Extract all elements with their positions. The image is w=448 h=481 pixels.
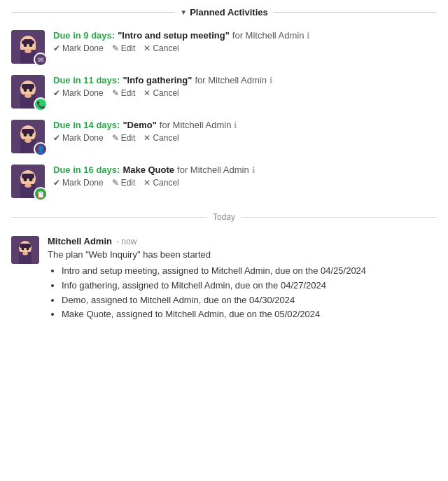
due-label: Due in 14 days: (53, 120, 120, 130)
mark-done-button[interactable]: ✔ Mark Done (53, 133, 104, 143)
due-label: Due in 16 days: (53, 165, 120, 175)
mark-done-label: Mark Done (62, 133, 104, 143)
edit-button[interactable]: ✎ Edit (112, 178, 136, 188)
edit-button[interactable]: ✎ Edit (112, 43, 136, 53)
today-divider: Today (11, 212, 437, 222)
activity-content: Due in 11 days: "Info gathering" for Mit… (53, 75, 437, 98)
x-icon: ✕ (144, 133, 150, 143)
cancel-label: Cancel (153, 178, 178, 188)
svg-rect-36 (20, 244, 31, 248)
svg-point-16 (24, 94, 31, 98)
info-icon[interactable]: ℹ (252, 165, 255, 175)
activity-content: Due in 14 days: "Demo" for Mitchell Admi… (53, 120, 437, 143)
info-icon[interactable]: ℹ (307, 31, 310, 41)
chatter-list: Intro and setup meeting, assigned to Mit… (48, 264, 437, 322)
chatter-section: Mitchell Admin - now The plan "Web Inqui… (0, 230, 448, 328)
activity-title-row: Due in 16 days: Make Quote for Mitchell … (53, 165, 437, 175)
avatar-wrapper: 👤 (11, 120, 45, 153)
activity-badge: 📞 (34, 97, 48, 111)
activity-content: Due in 16 days: Make Quote for Mitchell … (53, 165, 437, 188)
edit-label: Edit (121, 178, 136, 188)
check-icon: ✔ (53, 43, 60, 53)
edit-label: Edit (121, 88, 136, 98)
chatter-body: Mitchell Admin - now The plan "Web Inqui… (48, 236, 437, 322)
chatter-header: Mitchell Admin - now (48, 236, 437, 246)
mark-done-button[interactable]: ✔ Mark Done (53, 88, 104, 98)
svg-point-8 (24, 49, 31, 53)
list-item-text: Demo, assigned to Mitchell Admin, due on… (62, 295, 295, 305)
activity-item: ✉ Due in 9 days: "Intro and setup meetin… (0, 25, 448, 69)
info-icon[interactable]: ℹ (270, 76, 273, 85)
pencil-icon: ✎ (112, 43, 119, 53)
mark-done-button[interactable]: ✔ Mark Done (53, 178, 104, 188)
divider-label: Today (213, 212, 235, 222)
svg-point-23 (24, 139, 31, 143)
chatter-time: - now (116, 237, 136, 246)
mark-done-button[interactable]: ✔ Mark Done (53, 43, 104, 53)
avatar-wrapper: 📞 (11, 75, 45, 109)
cancel-button[interactable]: ✕ Cancel (144, 133, 178, 143)
pencil-icon: ✎ (112, 133, 119, 143)
activity-title-row: Due in 9 days: "Intro and setup meeting"… (53, 30, 437, 41)
list-item: Demo, assigned to Mitchell Admin, due on… (62, 293, 437, 308)
activity-actions: ✔ Mark Done ✎ Edit ✕ Cancel (53, 133, 437, 143)
pencil-icon: ✎ (112, 88, 119, 98)
header-line-left (11, 12, 174, 13)
edit-label: Edit (121, 43, 136, 53)
cancel-button[interactable]: ✕ Cancel (144, 88, 178, 98)
list-item-text: Info gathering, assigned to Mitchell Adm… (62, 280, 326, 291)
svg-rect-29 (22, 174, 34, 179)
activity-name: Make Quote (122, 165, 174, 175)
divider-line-right (241, 217, 437, 218)
check-icon: ✔ (53, 88, 60, 98)
check-icon: ✔ (53, 133, 60, 143)
activity-badge: 👤 (34, 142, 48, 156)
chatter-avatar (11, 236, 39, 264)
cancel-label: Cancel (153, 88, 178, 98)
section-title-text: Planned Activities (190, 7, 268, 18)
info-icon[interactable]: ℹ (234, 120, 237, 130)
list-item: Info gathering, assigned to Mitchell Adm… (62, 279, 437, 293)
svg-rect-22 (22, 129, 34, 134)
mark-done-label: Mark Done (62, 178, 104, 188)
edit-label: Edit (121, 133, 136, 143)
svg-point-30 (24, 183, 31, 188)
list-item: Intro and setup meeting, assigned to Mit… (62, 264, 437, 279)
cancel-label: Cancel (153, 43, 178, 53)
cancel-button[interactable]: ✕ Cancel (144, 43, 178, 53)
activity-badge: ✉ (34, 53, 48, 67)
avatar-wrapper: ✉ (11, 30, 45, 64)
edit-button[interactable]: ✎ Edit (112, 88, 136, 98)
activity-item: 📞 Due in 11 days: "Info gathering" for M… (0, 69, 448, 114)
for-label: for Mitchell Admin (177, 165, 249, 175)
activity-title-row: Due in 11 days: "Info gathering" for Mit… (53, 75, 437, 85)
activity-actions: ✔ Mark Done ✎ Edit ✕ Cancel (53, 88, 437, 98)
edit-button[interactable]: ✎ Edit (112, 133, 136, 143)
list-item-text: Make Quote, assigned to Mitchell Admin, … (62, 309, 320, 319)
activity-name: "Demo" (122, 120, 156, 130)
divider-line-left (11, 217, 207, 218)
mark-done-label: Mark Done (62, 88, 104, 98)
svg-rect-9 (22, 41, 34, 44)
check-icon: ✔ (53, 178, 60, 188)
svg-point-37 (22, 252, 28, 256)
section-title: ▼ Planned Activities (180, 7, 267, 18)
cancel-button[interactable]: ✕ Cancel (144, 178, 178, 188)
chatter-author: Mitchell Admin (48, 236, 112, 246)
header-line-right (274, 12, 437, 13)
x-icon: ✕ (144, 43, 150, 53)
activity-actions: ✔ Mark Done ✎ Edit ✕ Cancel (53, 43, 437, 53)
activity-title-row: Due in 14 days: "Demo" for Mitchell Admi… (53, 120, 437, 130)
activity-name: "Info gathering" (122, 75, 192, 85)
x-icon: ✕ (144, 88, 150, 98)
for-label: for Mitchell Admin (232, 30, 304, 41)
cancel-label: Cancel (153, 133, 178, 143)
due-label: Due in 11 days: (53, 75, 120, 85)
activity-badge: 📋 (34, 187, 48, 201)
chatter-item: Mitchell Admin - now The plan "Web Inqui… (11, 236, 437, 322)
activity-item: 📋 Due in 16 days: Make Quote for Mitchel… (0, 159, 448, 204)
list-item-text: Intro and setup meeting, assigned to Mit… (62, 265, 366, 276)
x-icon: ✕ (144, 178, 150, 188)
svg-rect-15 (22, 84, 34, 89)
activity-content: Due in 9 days: "Intro and setup meeting"… (53, 30, 437, 53)
